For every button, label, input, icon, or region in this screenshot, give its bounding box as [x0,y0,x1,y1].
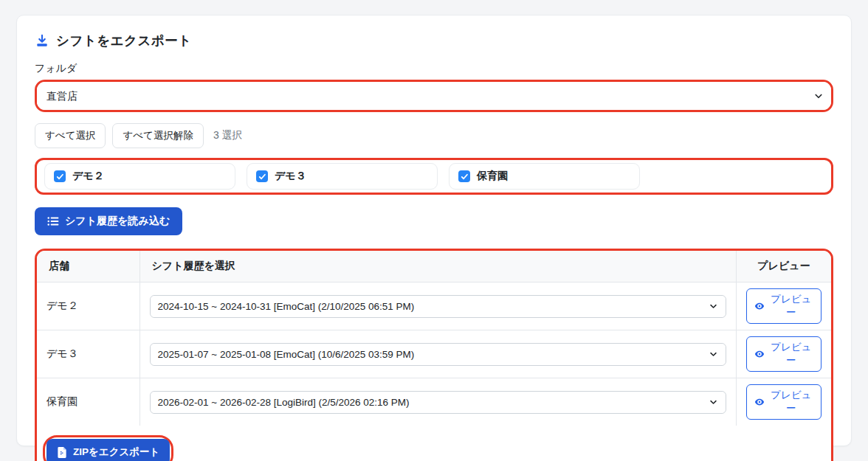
folder-select-wrap: 直営店 [37,82,831,110]
store-checkbox-label: デモ３ [275,170,306,183]
load-shift-history-button[interactable]: シフト履歴を読み込む [35,207,182,235]
table-row: 保育園 2026-02-01 ~ 2026-02-28 [LogiBird] (… [37,378,831,426]
folder-select[interactable]: 直営店 [37,82,831,110]
store-name-cell: 保育園 [37,378,140,426]
table-row: デモ２ 2024-10-15 ~ 2024-10-31 [EmoCat] (2/… [37,283,831,330]
export-zip-label: ZIPをエクスポート [73,446,159,459]
table-header-row: 店舗 シフト履歴を選択 プレビュー [37,251,831,283]
store-checkboxes-annotation: デモ２ デモ３ 保育園 [35,158,833,195]
page-title-row: シフトをエクスポート [35,32,833,49]
store-name-cell: デモ２ [37,283,140,330]
store-checkbox-list: デモ２ デモ３ 保育園 [44,163,824,190]
preview-button-label: プレビュー [769,293,814,319]
store-checkbox-demo3[interactable]: デモ３ [247,163,438,190]
preview-button-label: プレビュー [769,341,814,367]
history-select-wrap: 2025-01-07 ~ 2025-01-08 [EmoCat] (10/6/2… [150,343,726,366]
export-zip-button[interactable]: ZIPをエクスポート [46,439,170,461]
eye-icon [754,397,765,407]
select-all-button[interactable]: すべて選択 [35,123,106,148]
eye-icon [754,301,765,311]
store-checkbox-label: 保育園 [477,170,508,183]
export-shifts-card: シフトをエクスポート フォルダ 直営店 すべて選択 すべて選択解除 3 選択 デ… [16,15,852,446]
checkbox-checked-icon[interactable] [256,170,268,182]
history-select-wrap: 2026-02-01 ~ 2026-02-28 [LogiBird] (2/5/… [150,391,726,414]
load-shift-history-label: シフト履歴を読み込む [65,215,170,228]
column-header-history: シフト履歴を選択 [140,251,736,283]
preview-button-hoikuen[interactable]: プレビュー [746,384,822,420]
file-zip-icon [57,447,67,458]
deselect-all-button[interactable]: すべて選択解除 [112,123,203,148]
preview-button-demo3[interactable]: プレビュー [746,336,822,372]
export-zip-annotation: ZIPをエクスポート [43,435,173,461]
list-icon [47,215,59,227]
history-table-annotation: 店舗 シフト履歴を選択 プレビュー デモ２ 2024-10-15 ~ 2024-… [35,249,833,461]
column-header-store: 店舗 [37,251,140,283]
history-select-demo3[interactable]: 2025-01-07 ~ 2025-01-08 [EmoCat] (10/6/2… [151,344,726,365]
folder-select-annotation: 直営店 [35,80,833,112]
shift-history-table: 店舗 シフト履歴を選択 プレビュー デモ２ 2024-10-15 ~ 2024-… [37,251,831,426]
checkbox-checked-icon[interactable] [458,170,470,182]
checkbox-checked-icon[interactable] [54,170,66,182]
store-checkbox-demo2[interactable]: デモ２ [44,163,235,190]
selected-count: 3 選択 [213,129,243,142]
table-row: デモ３ 2025-01-07 ~ 2025-01-08 [EmoCat] (10… [37,330,831,378]
history-select-wrap: 2024-10-15 ~ 2024-10-31 [EmoCat] (2/10/2… [150,295,726,318]
history-select-hoikuen[interactable]: 2026-02-01 ~ 2026-02-28 [LogiBird] (2/5/… [151,392,726,413]
preview-button-label: プレビュー [769,389,814,415]
store-checkbox-hoikuen[interactable]: 保育園 [449,163,640,190]
store-checkbox-label: デモ２ [72,170,104,183]
history-select-demo2[interactable]: 2024-10-15 ~ 2024-10-31 [EmoCat] (2/10/2… [151,296,726,317]
preview-button-demo2[interactable]: プレビュー [746,288,822,324]
page-title: シフトをエクスポート [56,32,192,49]
bulk-select-row: すべて選択 すべて選択解除 3 選択 [35,123,833,148]
column-header-preview: プレビュー [736,251,831,283]
store-name-cell: デモ３ [37,330,140,378]
folder-label: フォルダ [35,62,833,75]
eye-icon [754,349,765,359]
table-footer: ZIPをエクスポート [37,426,831,461]
download-icon [35,33,49,48]
